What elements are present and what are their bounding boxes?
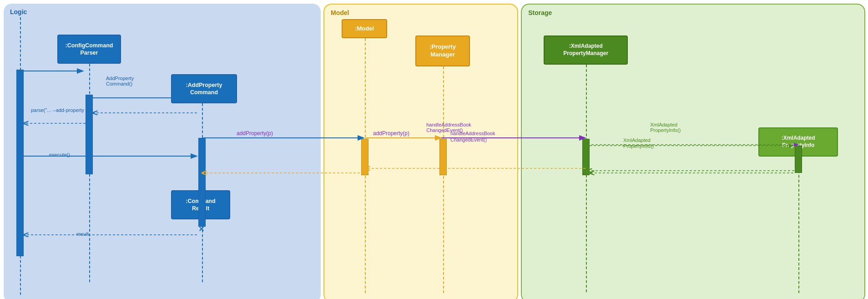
property-manager-box: :PropertyManager xyxy=(415,35,470,66)
label-handle-address-book: handleAddressBookChangedEvent() xyxy=(426,122,471,133)
activation-add-property xyxy=(198,138,206,227)
config-command-parser-box: :ConfigCommandParser xyxy=(57,35,121,64)
logic-title: Logic xyxy=(10,8,27,15)
label-result: result xyxy=(76,231,89,237)
label-parse: parse("... --add-property ...") xyxy=(31,107,93,113)
xml-adapted-property-manager-box: :XmlAdaptedPropertyManager xyxy=(544,35,628,65)
destroy-mark: ✕ xyxy=(198,225,204,233)
section-storage: Storage :XmlAdaptedPropertyManager :XmlA… xyxy=(521,4,865,299)
label-xml-adapted-property-info-call: XmlAdaptedPropertyInfo() xyxy=(650,122,681,133)
lifeline-xml-property-info xyxy=(798,157,799,293)
lifeline-property-manager xyxy=(443,66,444,293)
activation-model xyxy=(361,139,368,175)
label-add-property-command-call: AddPropertyCommand() xyxy=(106,76,134,86)
activation-main-logic xyxy=(16,70,24,256)
diagram-container: Logic :ConfigCommandParser :AddPropertyC… xyxy=(0,0,868,299)
activation-config-parser xyxy=(86,95,93,174)
label-execute: execute() xyxy=(49,152,70,157)
section-model: Model :Model :PropertyManager xyxy=(323,4,518,299)
activation-xml-property-manager xyxy=(582,139,590,175)
model-box: :Model xyxy=(342,19,387,38)
activation-property-manager xyxy=(439,139,447,175)
logic-arrows xyxy=(4,4,321,299)
section-logic: Logic :ConfigCommandParser :AddPropertyC… xyxy=(4,4,321,299)
model-title: Model xyxy=(331,9,349,16)
activation-xml-property-info xyxy=(795,146,802,173)
add-property-command-box: :AddPropertyCommand xyxy=(171,74,237,103)
storage-title: Storage xyxy=(528,9,552,16)
lifeline-xml-property-manager xyxy=(586,65,587,292)
